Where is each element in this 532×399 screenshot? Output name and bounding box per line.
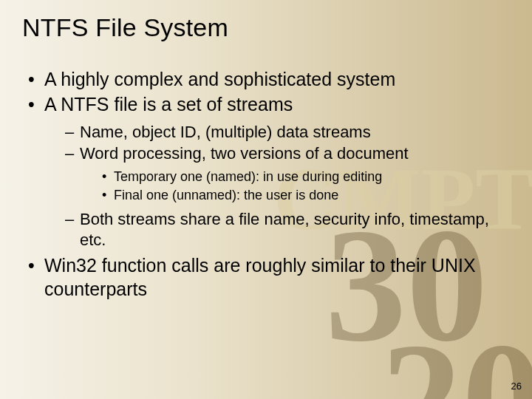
- bullet-text: Temporary one (named): in use during edi…: [114, 169, 382, 184]
- bullet-item: Both streams share a file name, security…: [65, 209, 510, 250]
- bullet-text: Final one (unnamed): the user is done: [114, 188, 338, 202]
- page-number: 26: [511, 381, 522, 392]
- bullet-item: A highly complex and sophisticated syste…: [28, 67, 510, 91]
- slide-title: NTFS File System: [22, 13, 510, 42]
- bullet-text: A NTFS file is a set of streams: [44, 94, 293, 115]
- bullet-item: Win32 function calls are roughly similar…: [28, 253, 510, 301]
- bullet-text: Both streams share a file name, security…: [80, 210, 489, 249]
- bullet-item: A NTFS file is a set of streams Name, ob…: [28, 92, 510, 250]
- bullet-text: A highly complex and sophisticated syste…: [44, 69, 395, 89]
- bullet-text: Name, object ID, (multiple) data streams: [80, 123, 371, 141]
- bullet-text: Word processing, two versions of a docum…: [80, 144, 409, 163]
- bullet-item: Temporary one (named): in use during edi…: [102, 168, 510, 186]
- bullet-list-level3: Temporary one (named): in use during edi…: [80, 168, 510, 205]
- bullet-list-level2: Name, object ID, (multiple) data streams…: [44, 122, 510, 250]
- bullet-item: Word processing, two versions of a docum…: [65, 143, 510, 205]
- bullet-list-level1: A highly complex and sophisticated syste…: [22, 67, 510, 301]
- bullet-item: Final one (unnamed): the user is done: [102, 187, 510, 205]
- bullet-text: Win32 function calls are roughly similar…: [44, 255, 476, 299]
- bullet-item: Name, object ID, (multiple) data streams: [65, 122, 510, 143]
- svg-text:20: 20: [381, 310, 532, 399]
- slide-content: NTFS File System A highly complex and so…: [0, 0, 532, 301]
